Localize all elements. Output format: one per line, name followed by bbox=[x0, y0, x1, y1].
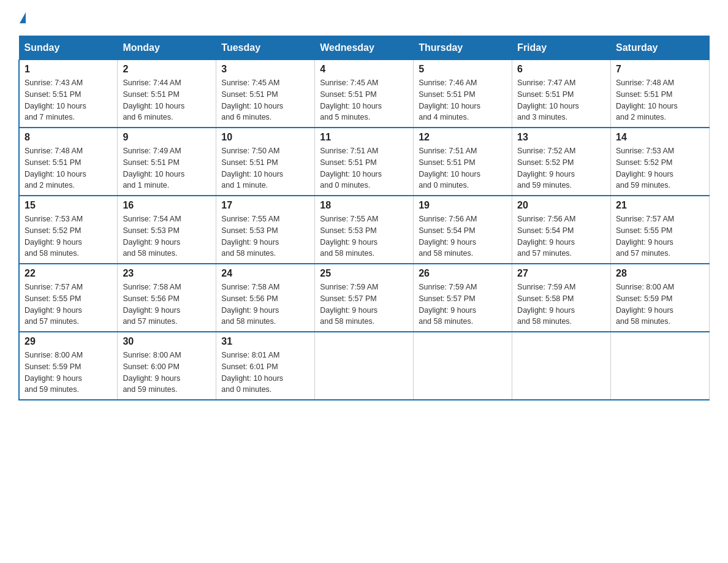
calendar-cell: 9Sunrise: 7:49 AM Sunset: 5:51 PM Daylig… bbox=[118, 128, 216, 196]
calendar-week-row: 29Sunrise: 8:00 AM Sunset: 5:59 PM Dayli… bbox=[19, 332, 710, 400]
day-number: 18 bbox=[320, 200, 408, 211]
calendar-cell: 8Sunrise: 7:48 AM Sunset: 5:51 PM Daylig… bbox=[19, 128, 118, 196]
day-info: Sunrise: 7:53 AM Sunset: 5:52 PM Dayligh… bbox=[25, 213, 112, 259]
day-info: Sunrise: 7:56 AM Sunset: 5:54 PM Dayligh… bbox=[419, 213, 507, 259]
day-number: 8 bbox=[25, 132, 112, 143]
calendar-header-row: SundayMondayTuesdayWednesdayThursdayFrid… bbox=[19, 36, 710, 60]
calendar-cell: 7Sunrise: 7:48 AM Sunset: 5:51 PM Daylig… bbox=[611, 60, 710, 128]
day-number: 24 bbox=[221, 268, 309, 279]
day-number: 20 bbox=[517, 200, 605, 211]
calendar-cell: 12Sunrise: 7:51 AM Sunset: 5:51 PM Dayli… bbox=[414, 128, 512, 196]
day-number: 21 bbox=[616, 200, 704, 211]
day-of-week-header: Monday bbox=[118, 36, 216, 60]
day-of-week-header: Thursday bbox=[414, 36, 512, 60]
day-info: Sunrise: 7:44 AM Sunset: 5:51 PM Dayligh… bbox=[123, 77, 211, 123]
day-info: Sunrise: 7:59 AM Sunset: 5:58 PM Dayligh… bbox=[517, 282, 605, 327]
calendar-cell: 17Sunrise: 7:55 AM Sunset: 5:53 PM Dayli… bbox=[216, 196, 315, 264]
calendar-cell: 3Sunrise: 7:45 AM Sunset: 5:51 PM Daylig… bbox=[216, 60, 315, 128]
day-info: Sunrise: 7:54 AM Sunset: 5:53 PM Dayligh… bbox=[123, 213, 211, 259]
day-info: Sunrise: 8:00 AM Sunset: 5:59 PM Dayligh… bbox=[25, 350, 112, 396]
calendar-cell: 27Sunrise: 7:59 AM Sunset: 5:58 PM Dayli… bbox=[512, 264, 611, 332]
calendar-cell: 4Sunrise: 7:45 AM Sunset: 5:51 PM Daylig… bbox=[315, 60, 414, 128]
calendar-cell: 26Sunrise: 7:59 AM Sunset: 5:57 PM Dayli… bbox=[414, 264, 512, 332]
day-number: 29 bbox=[25, 336, 112, 347]
day-info: Sunrise: 7:58 AM Sunset: 5:56 PM Dayligh… bbox=[221, 282, 309, 327]
calendar-cell: 30Sunrise: 8:00 AM Sunset: 6:00 PM Dayli… bbox=[118, 332, 216, 400]
day-number: 22 bbox=[25, 268, 112, 279]
page-header bbox=[18, 12, 710, 23]
day-of-week-header: Tuesday bbox=[216, 36, 315, 60]
day-number: 31 bbox=[221, 336, 309, 347]
calendar-cell: 22Sunrise: 7:57 AM Sunset: 5:55 PM Dayli… bbox=[19, 264, 118, 332]
calendar-cell: 23Sunrise: 7:58 AM Sunset: 5:56 PM Dayli… bbox=[118, 264, 216, 332]
day-info: Sunrise: 7:57 AM Sunset: 5:55 PM Dayligh… bbox=[616, 213, 704, 259]
calendar-cell: 2Sunrise: 7:44 AM Sunset: 5:51 PM Daylig… bbox=[118, 60, 216, 128]
calendar-cell: 14Sunrise: 7:53 AM Sunset: 5:52 PM Dayli… bbox=[611, 128, 710, 196]
day-number: 3 bbox=[221, 64, 309, 75]
calendar-cell: 19Sunrise: 7:56 AM Sunset: 5:54 PM Dayli… bbox=[414, 196, 512, 264]
day-number: 26 bbox=[419, 268, 507, 279]
day-number: 30 bbox=[123, 336, 211, 347]
day-info: Sunrise: 7:46 AM Sunset: 5:51 PM Dayligh… bbox=[419, 77, 507, 123]
day-info: Sunrise: 7:48 AM Sunset: 5:51 PM Dayligh… bbox=[25, 145, 112, 191]
day-of-week-header: Saturday bbox=[611, 36, 710, 60]
calendar-cell: 1Sunrise: 7:43 AM Sunset: 5:51 PM Daylig… bbox=[19, 60, 118, 128]
day-number: 5 bbox=[419, 64, 507, 75]
day-info: Sunrise: 7:55 AM Sunset: 5:53 PM Dayligh… bbox=[221, 213, 309, 259]
day-number: 10 bbox=[221, 132, 309, 143]
logo-triangle-icon bbox=[20, 12, 26, 23]
calendar-cell: 16Sunrise: 7:54 AM Sunset: 5:53 PM Dayli… bbox=[118, 196, 216, 264]
calendar-cell: 15Sunrise: 7:53 AM Sunset: 5:52 PM Dayli… bbox=[19, 196, 118, 264]
day-info: Sunrise: 7:51 AM Sunset: 5:51 PM Dayligh… bbox=[419, 145, 507, 191]
day-info: Sunrise: 8:00 AM Sunset: 5:59 PM Dayligh… bbox=[616, 282, 704, 327]
calendar-cell bbox=[512, 332, 611, 400]
calendar-cell: 31Sunrise: 8:01 AM Sunset: 6:01 PM Dayli… bbox=[216, 332, 315, 400]
day-number: 13 bbox=[517, 132, 605, 143]
day-number: 6 bbox=[517, 64, 605, 75]
day-info: Sunrise: 7:57 AM Sunset: 5:55 PM Dayligh… bbox=[25, 282, 112, 327]
day-number: 15 bbox=[25, 200, 112, 211]
day-info: Sunrise: 7:55 AM Sunset: 5:53 PM Dayligh… bbox=[320, 213, 408, 259]
day-number: 4 bbox=[320, 64, 408, 75]
day-info: Sunrise: 7:53 AM Sunset: 5:52 PM Dayligh… bbox=[616, 145, 704, 191]
day-number: 14 bbox=[616, 132, 704, 143]
day-info: Sunrise: 7:52 AM Sunset: 5:52 PM Dayligh… bbox=[517, 145, 605, 191]
day-number: 11 bbox=[320, 132, 408, 143]
calendar-cell bbox=[611, 332, 710, 400]
day-info: Sunrise: 7:50 AM Sunset: 5:51 PM Dayligh… bbox=[221, 145, 309, 191]
calendar-week-row: 1Sunrise: 7:43 AM Sunset: 5:51 PM Daylig… bbox=[19, 60, 710, 128]
day-of-week-header: Wednesday bbox=[315, 36, 414, 60]
day-info: Sunrise: 7:45 AM Sunset: 5:51 PM Dayligh… bbox=[221, 77, 309, 123]
calendar-week-row: 8Sunrise: 7:48 AM Sunset: 5:51 PM Daylig… bbox=[19, 128, 710, 196]
day-number: 19 bbox=[419, 200, 507, 211]
calendar-cell: 28Sunrise: 8:00 AM Sunset: 5:59 PM Dayli… bbox=[611, 264, 710, 332]
calendar-cell bbox=[414, 332, 512, 400]
day-number: 7 bbox=[616, 64, 704, 75]
day-number: 25 bbox=[320, 268, 408, 279]
calendar-cell bbox=[315, 332, 414, 400]
day-info: Sunrise: 7:51 AM Sunset: 5:51 PM Dayligh… bbox=[320, 145, 408, 191]
calendar-cell: 24Sunrise: 7:58 AM Sunset: 5:56 PM Dayli… bbox=[216, 264, 315, 332]
day-info: Sunrise: 7:49 AM Sunset: 5:51 PM Dayligh… bbox=[123, 145, 211, 191]
day-number: 17 bbox=[221, 200, 309, 211]
calendar-cell: 10Sunrise: 7:50 AM Sunset: 5:51 PM Dayli… bbox=[216, 128, 315, 196]
day-info: Sunrise: 7:48 AM Sunset: 5:51 PM Dayligh… bbox=[616, 77, 704, 123]
calendar-cell: 29Sunrise: 8:00 AM Sunset: 5:59 PM Dayli… bbox=[19, 332, 118, 400]
day-number: 2 bbox=[123, 64, 211, 75]
day-number: 16 bbox=[123, 200, 211, 211]
day-info: Sunrise: 7:59 AM Sunset: 5:57 PM Dayligh… bbox=[320, 282, 408, 327]
day-number: 1 bbox=[25, 64, 112, 75]
calendar-cell: 6Sunrise: 7:47 AM Sunset: 5:51 PM Daylig… bbox=[512, 60, 611, 128]
calendar-week-row: 15Sunrise: 7:53 AM Sunset: 5:52 PM Dayli… bbox=[19, 196, 710, 264]
calendar-cell: 21Sunrise: 7:57 AM Sunset: 5:55 PM Dayli… bbox=[611, 196, 710, 264]
calendar-week-row: 22Sunrise: 7:57 AM Sunset: 5:55 PM Dayli… bbox=[19, 264, 710, 332]
calendar-cell: 5Sunrise: 7:46 AM Sunset: 5:51 PM Daylig… bbox=[414, 60, 512, 128]
day-number: 27 bbox=[517, 268, 605, 279]
day-info: Sunrise: 8:00 AM Sunset: 6:00 PM Dayligh… bbox=[123, 350, 211, 396]
day-info: Sunrise: 7:47 AM Sunset: 5:51 PM Dayligh… bbox=[517, 77, 605, 123]
calendar-cell: 25Sunrise: 7:59 AM Sunset: 5:57 PM Dayli… bbox=[315, 264, 414, 332]
calendar-table: SundayMondayTuesdayWednesdayThursdayFrid… bbox=[18, 36, 710, 400]
day-info: Sunrise: 7:58 AM Sunset: 5:56 PM Dayligh… bbox=[123, 282, 211, 327]
day-number: 28 bbox=[616, 268, 704, 279]
calendar-cell: 13Sunrise: 7:52 AM Sunset: 5:52 PM Dayli… bbox=[512, 128, 611, 196]
